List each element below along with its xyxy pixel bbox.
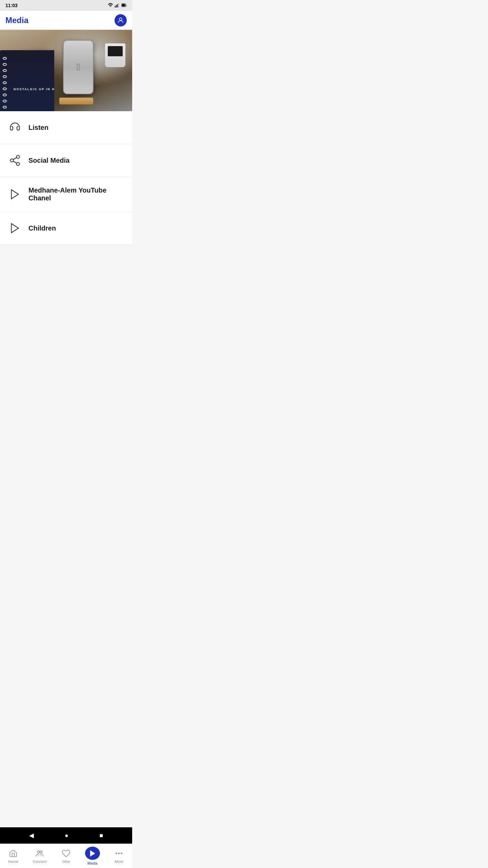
svg-point-9 — [17, 162, 20, 165]
svg-rect-5 — [122, 4, 125, 6]
avatar-icon — [117, 17, 124, 24]
svg-rect-1 — [116, 5, 117, 7]
social-media-menu-item[interactable]: Social Media — [0, 144, 132, 177]
coffee-liquid — [108, 46, 123, 56]
youtube-label: Medhane-Alem YouTube Chanel — [28, 186, 124, 202]
wooden-stand-decoration — [59, 98, 93, 104]
svg-rect-2 — [117, 4, 118, 7]
battery-icon — [121, 3, 127, 8]
svg-point-7 — [17, 155, 20, 158]
social-media-label: Social Media — [28, 157, 69, 164]
hero-image: NOSTALGIC UP IN H  — [0, 30, 132, 111]
notebook-text: NOSTALGIC UP IN H — [14, 87, 54, 91]
social-media-icon — [8, 154, 22, 167]
status-icons — [108, 3, 127, 8]
children-icon — [8, 221, 22, 235]
svg-rect-3 — [118, 3, 119, 7]
listen-label: Listen — [28, 124, 48, 132]
listen-menu-item[interactable]: Listen — [0, 111, 132, 144]
page-title: Media — [5, 16, 28, 25]
youtube-icon — [8, 188, 22, 201]
svg-point-8 — [11, 159, 14, 162]
status-time: 11:03 — [5, 3, 18, 8]
svg-rect-0 — [115, 6, 116, 7]
children-label: Children — [28, 224, 56, 232]
app-header: Media — [0, 11, 132, 30]
svg-marker-13 — [12, 224, 19, 233]
svg-line-11 — [13, 158, 17, 160]
menu-container: Listen Social Media Medhane-Alem YouTube… — [0, 111, 132, 245]
notebook-decoration: NOSTALGIC UP IN H — [0, 50, 54, 111]
notebook-rings — [3, 57, 7, 108]
svg-point-6 — [119, 18, 122, 20]
hero-image-inner: NOSTALGIC UP IN H  — [0, 30, 132, 111]
youtube-menu-item[interactable]: Medhane-Alem YouTube Chanel — [0, 177, 132, 212]
signal-icon — [115, 3, 120, 8]
wifi-icon — [108, 3, 113, 8]
status-bar: 11:03 — [0, 0, 132, 11]
listen-icon — [8, 121, 22, 134]
svg-marker-12 — [12, 190, 19, 199]
children-menu-item[interactable]: Children — [0, 212, 132, 245]
apple-logo:  — [77, 62, 80, 73]
user-avatar-button[interactable] — [115, 14, 127, 26]
coffee-cup-decoration — [105, 43, 125, 67]
svg-line-10 — [13, 161, 17, 163]
phone-decoration:  — [63, 40, 94, 94]
